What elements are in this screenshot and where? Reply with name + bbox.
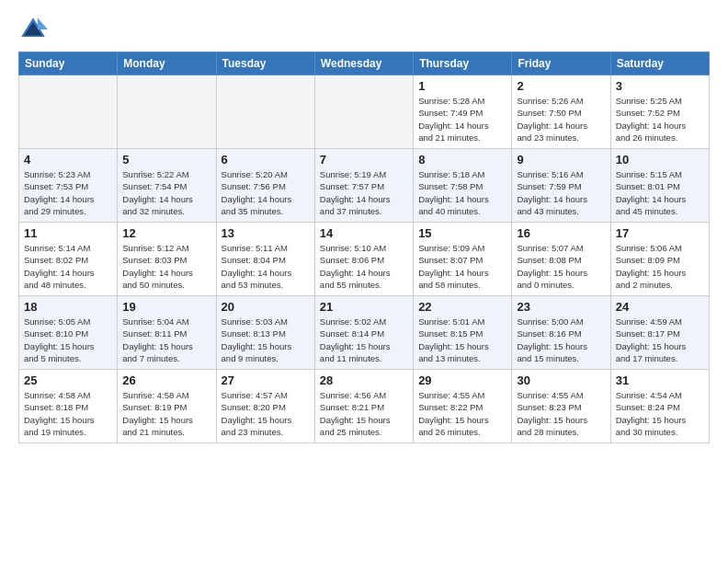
calendar-week-row: 1Sunrise: 5:28 AM Sunset: 7:49 PM Daylig…	[19, 75, 710, 149]
day-number: 20	[222, 300, 310, 314]
calendar-day-cell	[19, 75, 118, 149]
calendar-day-cell: 6Sunrise: 5:20 AM Sunset: 7:56 PM Daylig…	[216, 149, 314, 223]
day-info: Sunrise: 5:18 AM Sunset: 7:58 PM Dayligh…	[418, 168, 506, 217]
logo-icon	[18, 15, 48, 44]
day-number: 2	[517, 79, 605, 93]
day-info: Sunrise: 5:06 AM Sunset: 8:09 PM Dayligh…	[616, 242, 704, 291]
day-info: Sunrise: 4:55 AM Sunset: 8:22 PM Dayligh…	[418, 389, 506, 438]
weekday-header-monday: Monday	[118, 52, 216, 75]
page: SundayMondayTuesdayWednesdayThursdayFrid…	[0, 0, 728, 458]
day-info: Sunrise: 5:15 AM Sunset: 8:01 PM Dayligh…	[616, 168, 704, 217]
day-info: Sunrise: 5:05 AM Sunset: 8:10 PM Dayligh…	[24, 316, 112, 364]
svg-marker-2	[38, 17, 48, 29]
day-info: Sunrise: 5:10 AM Sunset: 8:06 PM Dayligh…	[320, 242, 408, 291]
calendar-week-row: 25Sunrise: 4:58 AM Sunset: 8:18 PM Dayli…	[19, 370, 710, 443]
day-info: Sunrise: 5:25 AM Sunset: 7:52 PM Dayligh…	[616, 95, 704, 144]
day-info: Sunrise: 5:07 AM Sunset: 8:08 PM Dayligh…	[517, 242, 605, 291]
calendar-day-cell: 22Sunrise: 5:01 AM Sunset: 8:15 PM Dayli…	[414, 296, 512, 370]
day-info: Sunrise: 4:58 AM Sunset: 8:18 PM Dayligh…	[24, 389, 112, 438]
calendar-day-cell: 19Sunrise: 5:04 AM Sunset: 8:11 PM Dayli…	[118, 296, 216, 370]
weekday-header-thursday: Thursday	[414, 52, 512, 75]
calendar-day-cell: 11Sunrise: 5:14 AM Sunset: 8:02 PM Dayli…	[19, 223, 118, 296]
day-info: Sunrise: 4:54 AM Sunset: 8:24 PM Dayligh…	[616, 389, 704, 438]
calendar-day-cell: 15Sunrise: 5:09 AM Sunset: 8:07 PM Dayli…	[414, 223, 512, 296]
day-number: 4	[24, 153, 112, 167]
calendar-day-cell: 14Sunrise: 5:10 AM Sunset: 8:06 PM Dayli…	[314, 223, 413, 296]
day-info: Sunrise: 5:12 AM Sunset: 8:03 PM Dayligh…	[122, 242, 210, 291]
day-info: Sunrise: 5:16 AM Sunset: 7:59 PM Dayligh…	[517, 168, 605, 217]
calendar-day-cell: 7Sunrise: 5:19 AM Sunset: 7:57 PM Daylig…	[314, 149, 413, 223]
day-number: 11	[24, 226, 112, 240]
day-number: 27	[222, 373, 310, 387]
day-number: 15	[418, 226, 506, 240]
day-number: 8	[418, 153, 506, 167]
logo	[18, 15, 51, 44]
weekday-header-row: SundayMondayTuesdayWednesdayThursdayFrid…	[19, 52, 710, 75]
day-info: Sunrise: 4:55 AM Sunset: 8:23 PM Dayligh…	[517, 389, 605, 438]
calendar-day-cell: 1Sunrise: 5:28 AM Sunset: 7:49 PM Daylig…	[414, 75, 512, 149]
day-number: 21	[320, 300, 408, 314]
header	[18, 15, 710, 44]
day-number: 10	[616, 153, 704, 167]
day-info: Sunrise: 5:04 AM Sunset: 8:11 PM Dayligh…	[122, 316, 210, 364]
calendar-day-cell: 27Sunrise: 4:57 AM Sunset: 8:20 PM Dayli…	[216, 370, 314, 443]
day-info: Sunrise: 5:01 AM Sunset: 8:15 PM Dayligh…	[418, 316, 506, 364]
calendar-day-cell: 21Sunrise: 5:02 AM Sunset: 8:14 PM Dayli…	[314, 296, 413, 370]
calendar-day-cell: 17Sunrise: 5:06 AM Sunset: 8:09 PM Dayli…	[610, 223, 709, 296]
calendar-day-cell: 29Sunrise: 4:55 AM Sunset: 8:22 PM Dayli…	[414, 370, 512, 443]
day-number: 3	[616, 79, 704, 93]
day-info: Sunrise: 5:23 AM Sunset: 7:53 PM Dayligh…	[24, 168, 112, 217]
calendar-day-cell	[314, 75, 413, 149]
day-info: Sunrise: 5:03 AM Sunset: 8:13 PM Dayligh…	[222, 316, 310, 364]
calendar-day-cell: 8Sunrise: 5:18 AM Sunset: 7:58 PM Daylig…	[414, 149, 512, 223]
day-info: Sunrise: 5:14 AM Sunset: 8:02 PM Dayligh…	[24, 242, 112, 291]
day-number: 13	[222, 226, 310, 240]
weekday-header-tuesday: Tuesday	[216, 52, 314, 75]
calendar-week-row: 18Sunrise: 5:05 AM Sunset: 8:10 PM Dayli…	[19, 296, 710, 370]
day-number: 23	[517, 300, 605, 314]
day-number: 16	[517, 226, 605, 240]
calendar-week-row: 11Sunrise: 5:14 AM Sunset: 8:02 PM Dayli…	[19, 223, 710, 296]
day-number: 7	[320, 153, 408, 167]
day-info: Sunrise: 5:28 AM Sunset: 7:49 PM Dayligh…	[418, 95, 506, 144]
day-info: Sunrise: 5:19 AM Sunset: 7:57 PM Dayligh…	[320, 168, 408, 217]
calendar-day-cell: 13Sunrise: 5:11 AM Sunset: 8:04 PM Dayli…	[216, 223, 314, 296]
weekday-header-friday: Friday	[512, 52, 610, 75]
calendar-week-row: 4Sunrise: 5:23 AM Sunset: 7:53 PM Daylig…	[19, 149, 710, 223]
calendar-day-cell: 23Sunrise: 5:00 AM Sunset: 8:16 PM Dayli…	[512, 296, 610, 370]
calendar-day-cell	[216, 75, 314, 149]
calendar: SundayMondayTuesdayWednesdayThursdayFrid…	[18, 52, 710, 443]
calendar-day-cell: 26Sunrise: 4:58 AM Sunset: 8:19 PM Dayli…	[118, 370, 216, 443]
day-number: 31	[616, 373, 704, 387]
day-info: Sunrise: 5:00 AM Sunset: 8:16 PM Dayligh…	[517, 316, 605, 364]
calendar-day-cell: 9Sunrise: 5:16 AM Sunset: 7:59 PM Daylig…	[512, 149, 610, 223]
day-info: Sunrise: 4:56 AM Sunset: 8:21 PM Dayligh…	[320, 389, 408, 438]
day-info: Sunrise: 5:11 AM Sunset: 8:04 PM Dayligh…	[222, 242, 310, 291]
calendar-day-cell: 10Sunrise: 5:15 AM Sunset: 8:01 PM Dayli…	[610, 149, 709, 223]
day-number: 6	[222, 153, 310, 167]
day-info: Sunrise: 5:09 AM Sunset: 8:07 PM Dayligh…	[418, 242, 506, 291]
weekday-header-sunday: Sunday	[19, 52, 118, 75]
day-info: Sunrise: 5:26 AM Sunset: 7:50 PM Dayligh…	[517, 95, 605, 144]
day-number: 17	[616, 226, 704, 240]
calendar-day-cell: 28Sunrise: 4:56 AM Sunset: 8:21 PM Dayli…	[314, 370, 413, 443]
calendar-day-cell: 18Sunrise: 5:05 AM Sunset: 8:10 PM Dayli…	[19, 296, 118, 370]
day-info: Sunrise: 4:58 AM Sunset: 8:19 PM Dayligh…	[122, 389, 210, 438]
day-number: 1	[418, 79, 506, 93]
calendar-day-cell: 2Sunrise: 5:26 AM Sunset: 7:50 PM Daylig…	[512, 75, 610, 149]
day-number: 26	[122, 373, 210, 387]
calendar-day-cell: 20Sunrise: 5:03 AM Sunset: 8:13 PM Dayli…	[216, 296, 314, 370]
day-number: 28	[320, 373, 408, 387]
day-info: Sunrise: 5:20 AM Sunset: 7:56 PM Dayligh…	[222, 168, 310, 217]
calendar-day-cell: 30Sunrise: 4:55 AM Sunset: 8:23 PM Dayli…	[512, 370, 610, 443]
calendar-day-cell: 5Sunrise: 5:22 AM Sunset: 7:54 PM Daylig…	[118, 149, 216, 223]
day-number: 18	[24, 300, 112, 314]
day-number: 12	[122, 226, 210, 240]
weekday-header-saturday: Saturday	[610, 52, 709, 75]
calendar-day-cell: 24Sunrise: 4:59 AM Sunset: 8:17 PM Dayli…	[610, 296, 709, 370]
day-number: 22	[418, 300, 506, 314]
day-info: Sunrise: 4:57 AM Sunset: 8:20 PM Dayligh…	[222, 389, 310, 438]
day-number: 9	[517, 153, 605, 167]
calendar-day-cell: 25Sunrise: 4:58 AM Sunset: 8:18 PM Dayli…	[19, 370, 118, 443]
calendar-day-cell: 4Sunrise: 5:23 AM Sunset: 7:53 PM Daylig…	[19, 149, 118, 223]
